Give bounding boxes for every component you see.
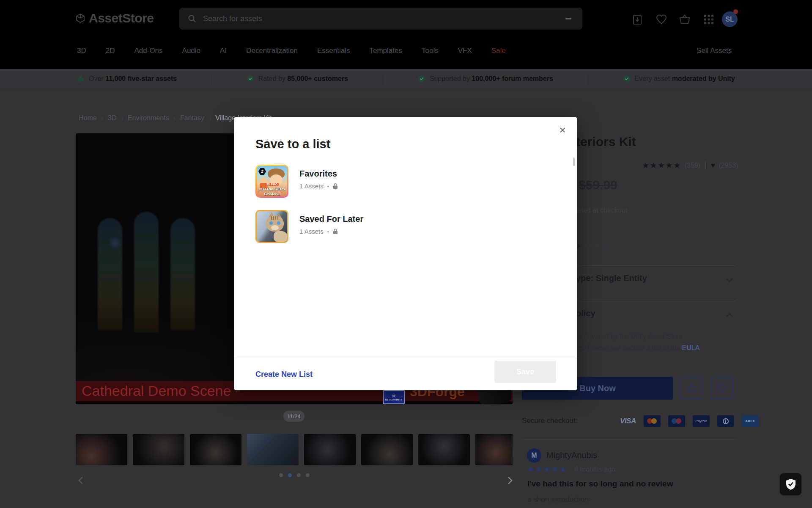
rating-stars[interactable]: ★★★★★ <box>642 160 681 170</box>
privacy-shield-widget[interactable] <box>779 473 802 496</box>
thumbnail[interactable] <box>190 434 241 465</box>
nav-vfx[interactable]: VFX <box>458 47 472 55</box>
logo-text: AssetStore <box>89 11 154 25</box>
page-dot-active[interactable] <box>288 473 292 477</box>
nav-2d[interactable]: 2D <box>106 47 115 55</box>
image-bottom-strip <box>76 401 513 404</box>
review-rating-row: ★★★★★ 4 months ago <box>527 464 615 474</box>
breadcrumb-home[interactable]: Home <box>79 114 97 122</box>
divider <box>383 74 383 83</box>
thumbnail-strip <box>76 434 513 465</box>
divider <box>588 74 588 83</box>
review-stars: ★★★★★ <box>527 464 568 474</box>
nav-ai[interactable]: AI <box>220 47 227 55</box>
nav-templates[interactable]: Templates <box>370 47 402 55</box>
divider <box>522 439 736 440</box>
license-type-row[interactable]: ype: Single Entity <box>576 273 647 283</box>
rose-window <box>108 236 122 250</box>
policy-text-line1: is covered by the Unity Asset Store <box>578 333 683 340</box>
stained-glass-window <box>98 218 122 330</box>
basket-plus-icon <box>686 382 697 394</box>
cart-basket-icon[interactable] <box>678 13 691 26</box>
refund-policy-row[interactable]: olicy <box>576 309 595 318</box>
thumbnail-cat[interactable] <box>247 434 299 465</box>
skull-icon: ☠ <box>392 393 396 398</box>
thumbnail[interactable] <box>76 434 127 465</box>
thumbnail[interactable] <box>304 434 356 465</box>
scrollbar-thumb[interactable] <box>573 157 575 166</box>
thumbnail[interactable] <box>475 434 513 465</box>
divider <box>211 74 212 83</box>
carousel-prev-arrow[interactable] <box>76 475 87 486</box>
nav-essentials[interactable]: Essentials <box>317 47 350 55</box>
carousel-next-arrow[interactable] <box>504 475 515 486</box>
page-dot[interactable] <box>297 473 301 477</box>
visa-logo: VISA <box>620 417 636 425</box>
list-name: Favorites <box>299 169 338 179</box>
eula-link[interactable]: EULA <box>682 344 700 351</box>
nav-tools[interactable]: Tools <box>422 47 439 55</box>
reviewer-name[interactable]: MightyAnubis <box>546 450 597 460</box>
reviewer-avatar: M <box>527 448 541 463</box>
nav-3d[interactable]: 3D <box>77 47 86 55</box>
my-assets-download-icon[interactable] <box>631 13 644 26</box>
asset-store-page: AssetStore Search for assets <box>0 0 812 508</box>
trust-item-rated: Rated by 85,000+ customers <box>247 75 348 83</box>
search-placeholder: Search for assets <box>203 14 262 23</box>
trust-bar: Over 11,000 five-star assets Rated by 85… <box>0 69 812 89</box>
thumbnail[interactable] <box>418 434 470 465</box>
thumbnail[interactable] <box>133 434 184 465</box>
chevron-up-icon[interactable] <box>724 310 735 321</box>
create-new-list-link[interactable]: Create New List <box>255 370 313 379</box>
apps-grid-icon[interactable] <box>702 13 715 26</box>
stained-glass-window <box>170 218 195 330</box>
nav-decentralization[interactable]: Decentralization <box>246 47 298 55</box>
page-dot[interactable] <box>279 473 283 477</box>
wishlist-heart-icon[interactable] <box>655 13 668 26</box>
scene-title: Cathedral Demo Scene <box>82 383 231 399</box>
sell-assets-link[interactable]: Sell Assets <box>697 47 732 55</box>
nav-audio[interactable]: Audio <box>182 47 200 55</box>
list-meta: 1 Assets • <box>299 228 363 235</box>
top-header: AssetStore Search for assets <box>0 0 812 69</box>
rating-count[interactable]: (359) <box>685 162 700 169</box>
thumbs-up-icon <box>77 75 85 83</box>
divider <box>705 162 706 169</box>
breadcrumb-separator: › <box>102 115 103 121</box>
product-title: teriors Kit <box>576 135 636 149</box>
breadcrumb-3d[interactable]: 3D <box>108 114 116 122</box>
breadcrumb-separator: › <box>209 115 211 121</box>
nav-addons[interactable]: Add-Ons <box>134 47 162 55</box>
modal-footer: Create New List Save <box>234 358 577 390</box>
save-button[interactable]: Save <box>494 361 556 383</box>
payment-methods: VISA PayPal AMEX <box>620 415 759 427</box>
blueprints-badge: ☠ BLUEPRINTS <box>383 390 405 404</box>
search-input[interactable]: Search for assets <box>179 8 582 30</box>
image-counter-badge: 11/24 <box>283 411 304 422</box>
list-item-saved-for-later[interactable]: Saved For Later 1 Assets • <box>255 210 556 243</box>
asset-store-logo[interactable]: AssetStore <box>75 11 154 25</box>
nav-sale[interactable]: Sale <box>491 47 506 55</box>
breadcrumb-environments[interactable]: Environments <box>128 114 169 122</box>
secure-checkout-label: Secure checkout: <box>522 417 577 425</box>
favorites-count[interactable]: (2953) <box>719 162 738 169</box>
paypal-logo: PayPal <box>693 415 710 427</box>
check-circle-icon <box>418 75 425 83</box>
views-note: s in the past week <box>576 241 634 250</box>
maestro-logo <box>668 415 685 427</box>
saved-for-later-thumbnail <box>255 210 288 243</box>
list-item-favorites[interactable]: Z 3D PRO CHARACTERS CASUAL Favorites 1 A… <box>255 165 556 198</box>
chevron-down-icon[interactable] <box>724 274 735 285</box>
trust-item-moderated: Every asset moderated by Unity <box>623 75 735 83</box>
diners-club-logo <box>717 415 734 427</box>
close-icon[interactable]: × <box>556 124 569 136</box>
breadcrumb-fantasy[interactable]: Fantasy <box>180 114 204 122</box>
list-meta: 1 Assets • <box>299 182 338 190</box>
add-to-wishlist-button[interactable] <box>710 377 733 400</box>
thumbnail[interactable] <box>361 434 413 465</box>
trust-item-supported: Supported by 100,000+ forum members <box>418 75 553 83</box>
page-dot[interactable] <box>306 473 310 477</box>
add-to-cart-button[interactable] <box>680 377 703 400</box>
trust-item-five-star: Over 11,000 five-star assets <box>77 75 177 83</box>
unity-cube-icon <box>75 13 85 23</box>
